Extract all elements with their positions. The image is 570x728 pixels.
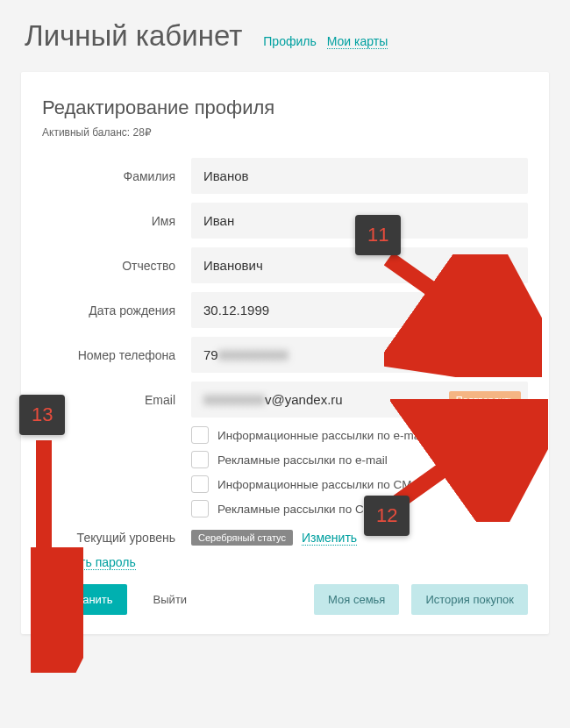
tab-nav: Профиль Мои карты xyxy=(263,34,388,49)
svg-rect-0 xyxy=(507,308,516,315)
row-email: Email XXXXXXXv@yandex.ru Подтвердить xyxy=(42,382,528,418)
tab-profile[interactable]: Профиль xyxy=(263,34,316,49)
phone-hidden: XXXXXXXX xyxy=(218,347,289,362)
tab-my-cards[interactable]: Мои карты xyxy=(327,34,388,49)
field-birthdate-wrap xyxy=(191,292,528,328)
check-row-info-email: Информационные рассылки по e-mail xyxy=(42,426,528,444)
page-header: Личный кабинет Профиль Мои карты xyxy=(0,0,570,65)
label-phone: Номер телефона xyxy=(42,348,191,362)
email-hidden: XXXXXXX xyxy=(203,392,265,407)
phone-prefix: 79 xyxy=(203,347,218,362)
checkbox-ads-sms[interactable] xyxy=(191,500,209,517)
my-family-button[interactable]: Моя семья xyxy=(314,584,399,615)
profile-edit-card: Редактирование профиля Активный баланс: … xyxy=(21,72,549,634)
email-value: XXXXXXXv@yandex.ru xyxy=(191,382,343,418)
field-email-wrap: XXXXXXXv@yandex.ru Подтвердить xyxy=(191,382,528,418)
field-lastname-wrap xyxy=(191,158,528,194)
row-phone: Номер телефона 79XXXXXXXX Подтвердить xyxy=(42,337,528,373)
status-badge: Серебряный статус xyxy=(191,530,293,546)
check-row-ads-sms: Рекламные рассылки по СМС xyxy=(42,500,528,517)
label-firstname: Имя xyxy=(42,214,191,228)
check-label-info-email: Информационные рассылки по e-mail xyxy=(217,429,425,442)
label-lastname: Фамилия xyxy=(42,169,191,183)
annotation-12: 12 xyxy=(364,496,410,536)
annotation-11: 11 xyxy=(355,215,401,255)
email-suffix: v@yandex.ru xyxy=(265,392,343,407)
row-firstname: Имя xyxy=(42,203,528,239)
checkbox-info-email[interactable] xyxy=(191,426,209,444)
check-label-ads-email: Рекламные рассылки по e-mail xyxy=(217,453,388,467)
card-title: Редактирование профиля xyxy=(42,96,528,119)
row-lastname: Фамилия xyxy=(42,158,528,194)
field-phone-wrap: 79XXXXXXXX Подтвердить xyxy=(191,337,528,373)
check-row-info-sms: Информационные рассылки по СМС xyxy=(42,475,528,493)
label-level: Текущий уровень xyxy=(42,531,191,545)
input-lastname[interactable] xyxy=(191,158,528,194)
check-label-ads-sms: Рекламные рассылки по СМС xyxy=(217,503,382,516)
change-status-link[interactable]: Изменить xyxy=(302,531,357,546)
purchase-history-button[interactable]: История покупок xyxy=(411,584,528,615)
label-patronymic: Отчество xyxy=(42,259,191,273)
row-birthdate: Дата рождения xyxy=(42,292,528,328)
logout-button[interactable]: Выйти xyxy=(139,584,202,615)
lock-icon xyxy=(495,302,528,319)
check-row-ads-email: Рекламные рассылки по e-mail xyxy=(42,451,528,468)
row-status: Текущий уровень Серебряный статус Измени… xyxy=(42,530,528,546)
balance-text: Активный баланс: 28₽ xyxy=(42,126,528,139)
confirm-email-button[interactable]: Подтвердить xyxy=(449,391,521,409)
save-button[interactable]: Сохранить xyxy=(42,584,127,615)
row-patronymic: Отчество xyxy=(42,247,528,283)
label-birthdate: Дата рождения xyxy=(42,303,191,318)
actions-row: Сохранить Выйти Моя семья История покупо… xyxy=(42,584,528,615)
page-title: Личный кабинет xyxy=(25,19,242,53)
confirm-phone-button[interactable]: Подтвердить xyxy=(449,346,521,364)
phone-value: 79XXXXXXXX xyxy=(191,337,289,373)
checkbox-info-sms[interactable] xyxy=(191,475,209,493)
annotation-13: 13 xyxy=(19,395,65,435)
input-birthdate[interactable] xyxy=(191,292,495,328)
change-password-link[interactable]: Сменить пароль xyxy=(42,555,136,570)
checkbox-ads-email[interactable] xyxy=(191,451,209,468)
check-label-info-sms: Информационные рассылки по СМС xyxy=(217,478,420,491)
change-password-row: Сменить пароль xyxy=(42,554,528,570)
